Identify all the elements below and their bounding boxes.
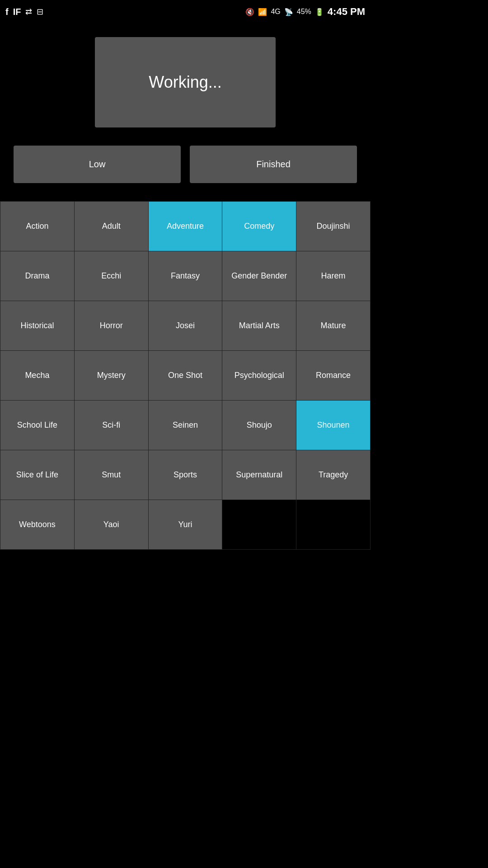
genre-cell-seinen[interactable]: Seinen: [149, 401, 223, 450]
genre-cell-shoujo[interactable]: Shoujo: [222, 401, 296, 450]
working-container: Working...: [0, 24, 371, 137]
status-bar: f IF ⇄ ⊟ 🔇 📶 4G 📡 45% 🔋 4:45 PM: [0, 0, 371, 24]
genre-grid: ActionAdultAdventureComedyDoujinshiDrama…: [0, 201, 371, 550]
network-label: 4G: [271, 8, 280, 16]
genre-cell-horror[interactable]: Horror: [75, 301, 149, 351]
bookmark-icon: ⊟: [37, 7, 43, 17]
genre-cell-shounen[interactable]: Shounen: [296, 401, 371, 450]
mute-icon: 🔇: [245, 8, 254, 16]
genre-cell-action[interactable]: Action: [0, 202, 75, 251]
genre-cell-historical[interactable]: Historical: [0, 301, 75, 351]
finished-filter-button[interactable]: Finished: [190, 146, 357, 183]
genre-cell-harem[interactable]: Harem: [296, 251, 371, 301]
genre-cell-sports[interactable]: Sports: [149, 450, 223, 500]
if-icon: IF: [13, 7, 21, 17]
genre-cell-empty-33: [222, 500, 296, 550]
working-label: Working...: [149, 73, 221, 92]
genre-cell-mature[interactable]: Mature: [296, 301, 371, 351]
battery-icon: 🔋: [315, 8, 324, 16]
battery-label: 45%: [297, 8, 311, 16]
genre-cell-empty-34: [296, 500, 371, 550]
working-box: Working...: [95, 37, 276, 127]
genre-cell-mystery[interactable]: Mystery: [75, 351, 149, 401]
genre-cell-adult[interactable]: Adult: [75, 202, 149, 251]
genre-cell-psychological[interactable]: Psychological: [222, 351, 296, 401]
genre-cell-fantasy[interactable]: Fantasy: [149, 251, 223, 301]
adjust-icon: ⇄: [25, 7, 32, 17]
genre-cell-webtoons[interactable]: Webtoons: [0, 500, 75, 550]
genre-cell-supernatural[interactable]: Supernatural: [222, 450, 296, 500]
time-label: 4:45 PM: [328, 6, 365, 18]
genre-cell-sci-fi[interactable]: Sci-fi: [75, 401, 149, 450]
facebook-icon: f: [5, 7, 9, 17]
status-left: f IF ⇄ ⊟: [5, 7, 43, 17]
signal-icon: 📡: [284, 8, 293, 16]
genre-cell-doujinshi[interactable]: Doujinshi: [296, 202, 371, 251]
genre-cell-slice-of-life[interactable]: Slice of Life: [0, 450, 75, 500]
genre-cell-tragedy[interactable]: Tragedy: [296, 450, 371, 500]
genre-cell-romance[interactable]: Romance: [296, 351, 371, 401]
genre-cell-gender-bender[interactable]: Gender Bender: [222, 251, 296, 301]
genre-cell-one-shot[interactable]: One Shot: [149, 351, 223, 401]
genre-cell-drama[interactable]: Drama: [0, 251, 75, 301]
genre-cell-school-life[interactable]: School Life: [0, 401, 75, 450]
genre-cell-adventure[interactable]: Adventure: [149, 202, 223, 251]
genre-cell-josei[interactable]: Josei: [149, 301, 223, 351]
genre-cell-mecha[interactable]: Mecha: [0, 351, 75, 401]
low-filter-button[interactable]: Low: [14, 146, 181, 183]
genre-cell-comedy[interactable]: Comedy: [222, 202, 296, 251]
genre-cell-martial-arts[interactable]: Martial Arts: [222, 301, 296, 351]
genre-cell-smut[interactable]: Smut: [75, 450, 149, 500]
wifi-icon: 📶: [258, 8, 267, 16]
status-right: 🔇 📶 4G 📡 45% 🔋 4:45 PM: [245, 6, 365, 18]
genre-cell-yuri[interactable]: Yuri: [149, 500, 223, 550]
genre-cell-yaoi[interactable]: Yaoi: [75, 500, 149, 550]
filter-row: Low Finished: [0, 137, 371, 197]
genre-cell-ecchi[interactable]: Ecchi: [75, 251, 149, 301]
